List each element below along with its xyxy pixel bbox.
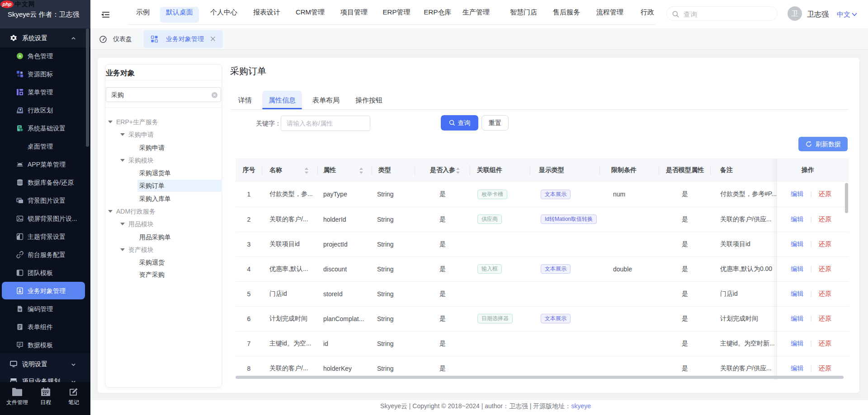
svg-text:A: A: [19, 54, 21, 58]
svg-text:W: W: [19, 308, 22, 311]
